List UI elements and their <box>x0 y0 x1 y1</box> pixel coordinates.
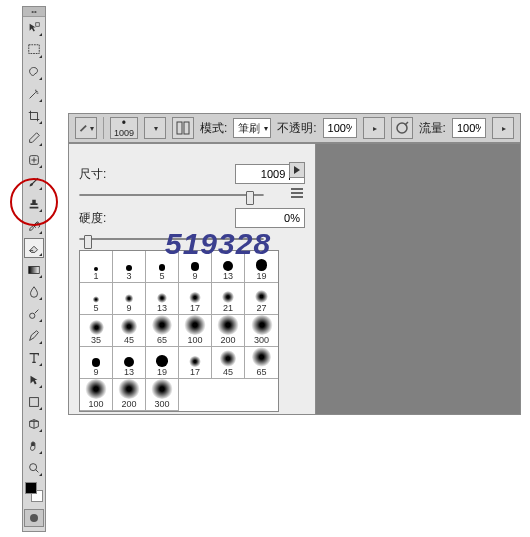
brush-preset-19-hard[interactable]: 19 <box>245 251 278 283</box>
tool-eraser[interactable] <box>24 238 44 258</box>
brush-preset-200-soft[interactable]: 200 <box>212 315 245 347</box>
preset-label: 27 <box>256 303 266 313</box>
tool-zoom[interactable] <box>24 458 44 478</box>
brush-preset-17-soft[interactable]: 17 <box>179 283 212 315</box>
tool-healing[interactable] <box>24 150 44 170</box>
brush-preset-13-hard[interactable]: 13 <box>113 347 146 379</box>
tool-stamp[interactable] <box>24 194 44 214</box>
toolbox-grip[interactable]: •• <box>23 7 45 17</box>
tool-marquee[interactable] <box>24 40 44 60</box>
svg-point-7 <box>30 464 37 471</box>
brush-preset-300-soft[interactable]: 300 <box>245 315 278 347</box>
flow-label: 流量: <box>419 120 446 137</box>
tool-path-select[interactable] <box>24 370 44 390</box>
size-label: 尺寸: <box>79 166 129 183</box>
hardness-input[interactable] <box>235 208 305 228</box>
brush-preset-3-hard[interactable]: 3 <box>113 251 146 283</box>
preset-label: 65 <box>157 335 167 345</box>
hardness-value[interactable] <box>240 209 300 227</box>
brush-preset-panel: 尺寸: 硬度: 13591319591317212735456510020030… <box>68 143 316 415</box>
brush-preset-300-soft[interactable]: 300 <box>146 379 179 411</box>
preset-label: 35 <box>91 335 101 345</box>
brush-preset-21-soft[interactable]: 21 <box>212 283 245 315</box>
hardness-slider[interactable] <box>79 238 264 240</box>
brush-preset-100-soft[interactable]: 100 <box>80 379 113 411</box>
panel-flyout-button[interactable] <box>289 162 305 178</box>
svg-rect-9 <box>184 122 189 134</box>
brush-preset-17-soft[interactable]: 17 <box>179 347 212 379</box>
svg-rect-8 <box>177 122 182 134</box>
tool-brush[interactable] <box>24 172 44 192</box>
tool-lasso[interactable] <box>24 62 44 82</box>
mode-select[interactable]: 筆刷▾ <box>233 118 271 138</box>
preset-label: 13 <box>157 303 167 313</box>
tool-move[interactable] <box>24 18 44 38</box>
brush-size-display: 1009 <box>114 128 134 138</box>
size-row: 尺寸: <box>79 164 305 184</box>
options-bar: ▾ • 1009 ▾ 模式: 筆刷▾ 不透明: ▸ 流量: ▸ <box>68 113 521 143</box>
brush-preset-27-soft[interactable]: 27 <box>245 283 278 315</box>
brush-preset-65-soft[interactable]: 65 <box>146 315 179 347</box>
quick-mask-button[interactable] <box>24 509 44 527</box>
tool-gradient[interactable] <box>24 260 44 280</box>
flow-dropdown[interactable]: ▸ <box>492 117 514 139</box>
foreground-color[interactable] <box>25 482 37 494</box>
brush-preset-5-soft[interactable]: 5 <box>80 283 113 315</box>
canvas-area[interactable] <box>316 143 521 415</box>
tool-3d[interactable] <box>24 414 44 434</box>
tool-blur[interactable] <box>24 282 44 302</box>
brush-preset-35-soft[interactable]: 35 <box>80 315 113 347</box>
brush-preset-200-soft[interactable]: 200 <box>113 379 146 411</box>
brush-preset-65-soft[interactable]: 65 <box>245 347 278 379</box>
brush-preset-9-hard[interactable]: 9 <box>80 347 113 379</box>
svg-point-5 <box>30 313 35 318</box>
preset-label: 45 <box>124 335 134 345</box>
opacity-dropdown[interactable]: ▸ <box>363 117 385 139</box>
brush-preset-1-hard[interactable]: 1 <box>80 251 113 283</box>
tool-eyedropper[interactable] <box>24 128 44 148</box>
tool-pen[interactable] <box>24 326 44 346</box>
mode-value: 筆刷 <box>238 121 260 136</box>
preset-label: 19 <box>256 271 266 281</box>
size-slider[interactable] <box>79 194 264 196</box>
brush-preset-5-hard[interactable]: 5 <box>146 251 179 283</box>
opacity-value[interactable] <box>328 119 352 137</box>
brush-preview-button[interactable]: • 1009 <box>110 117 138 139</box>
preset-label: 17 <box>190 367 200 377</box>
brush-preset-100-soft[interactable]: 100 <box>179 315 212 347</box>
preset-label: 100 <box>187 335 202 345</box>
tool-wand[interactable] <box>24 84 44 104</box>
brush-panel-toggle[interactable] <box>172 117 194 139</box>
tool-shape[interactable] <box>24 392 44 412</box>
brush-preview-dropdown[interactable]: ▾ <box>144 117 166 139</box>
tool-crop[interactable] <box>24 106 44 126</box>
brush-preset-9-soft[interactable]: 9 <box>113 283 146 315</box>
brush-preset-19-hard[interactable]: 19 <box>146 347 179 379</box>
tool-type[interactable] <box>24 348 44 368</box>
opacity-input[interactable] <box>323 118 357 138</box>
brush-preset-13-soft[interactable]: 13 <box>146 283 179 315</box>
flow-input[interactable] <box>452 118 486 138</box>
pressure-opacity-button[interactable] <box>391 117 413 139</box>
hardness-slider-thumb[interactable] <box>84 235 92 249</box>
tool-preset-button[interactable]: ▾ <box>75 117 97 139</box>
color-swatches[interactable] <box>24 481 44 503</box>
preset-label: 17 <box>190 303 200 313</box>
tool-history-brush[interactable] <box>24 216 44 236</box>
brush-preset-45-soft[interactable]: 45 <box>113 315 146 347</box>
mode-label: 模式: <box>200 120 227 137</box>
brush-preset-45-soft[interactable]: 45 <box>212 347 245 379</box>
preset-label: 200 <box>121 399 136 409</box>
brush-preset-9-hard[interactable]: 9 <box>179 251 212 283</box>
preset-label: 45 <box>223 367 233 377</box>
tool-dodge[interactable] <box>24 304 44 324</box>
brush-preset-13-hard[interactable]: 13 <box>212 251 245 283</box>
preset-label: 5 <box>159 271 164 281</box>
svg-rect-4 <box>29 267 40 274</box>
preset-label: 9 <box>126 303 131 313</box>
preset-label: 3 <box>126 271 131 281</box>
tool-hand[interactable] <box>24 436 44 456</box>
size-slider-thumb[interactable] <box>246 191 254 205</box>
flow-value[interactable] <box>457 119 481 137</box>
panel-menu-button[interactable] <box>289 186 305 200</box>
